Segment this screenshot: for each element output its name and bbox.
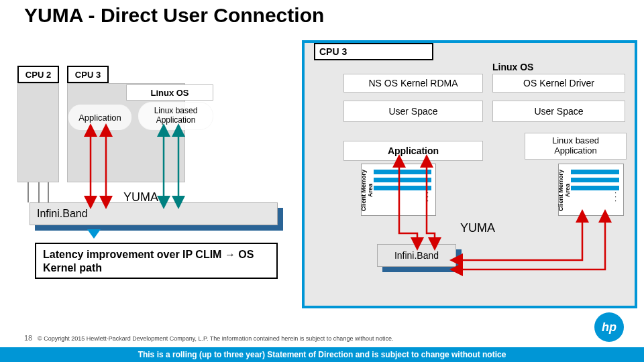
slide: YUMA - Direct User Connection CPU 3 Linu… — [0, 0, 644, 362]
memory-bars-icon — [571, 170, 619, 194]
copyright-text: © Copyright 2015 Hewlett-Packard Develop… — [38, 335, 393, 342]
client-memory-area-label: Client Memory Area — [360, 166, 367, 215]
rolling-statement-bar: This is a rolling (up to three year) Sta… — [0, 347, 644, 362]
ns-os-kernel-rdma-box: NS OS Kernel RDMA — [343, 74, 483, 93]
linux-os-label-right: Linux OS — [492, 62, 533, 72]
linux-based-application-box-right: Linux based Application — [525, 133, 627, 160]
linux-os-box-left: Linux OS — [126, 84, 213, 101]
ellipsis-icon: ··· — [427, 191, 429, 203]
hp-logo-icon: hp — [594, 312, 624, 342]
slide-title: YUMA - Direct User Connection — [24, 4, 324, 27]
user-space-box-right: User Space — [492, 101, 625, 122]
application-oval-left: Application — [68, 105, 131, 130]
os-kernel-driver-box: OS Kernel Driver — [492, 74, 625, 93]
cpu2-header: CPU 2 — [17, 66, 59, 83]
user-space-box-left: User Space — [343, 101, 483, 122]
linux-based-application-oval-left: Linux based Application — [138, 102, 213, 130]
application-box-right: Application — [343, 141, 483, 161]
ellipsis-icon: ··· — [614, 191, 616, 203]
cpu2-body — [17, 83, 59, 182]
memory-bars-icon — [374, 170, 431, 194]
cpu3-header-left: CPU 3 — [67, 66, 109, 83]
client-memory-area-left: Client Memory Area ··· — [361, 164, 436, 216]
latency-callout: Latency improvement over IP CLIM → OS Ke… — [35, 243, 278, 279]
yuma-label-right: YUMA — [460, 221, 495, 235]
client-memory-area-right: Client Memory Area ··· — [558, 164, 624, 216]
cpu3-header-right: CPU 3 — [314, 43, 433, 60]
page-number: 18 — [24, 334, 32, 342]
client-memory-area-label: Client Memory Area — [557, 166, 564, 215]
down-arrow-icon — [87, 229, 101, 239]
infiniband-box-left: Infini.Band — [30, 202, 278, 225]
infiniband-box-right: Infini.Band — [377, 244, 456, 267]
